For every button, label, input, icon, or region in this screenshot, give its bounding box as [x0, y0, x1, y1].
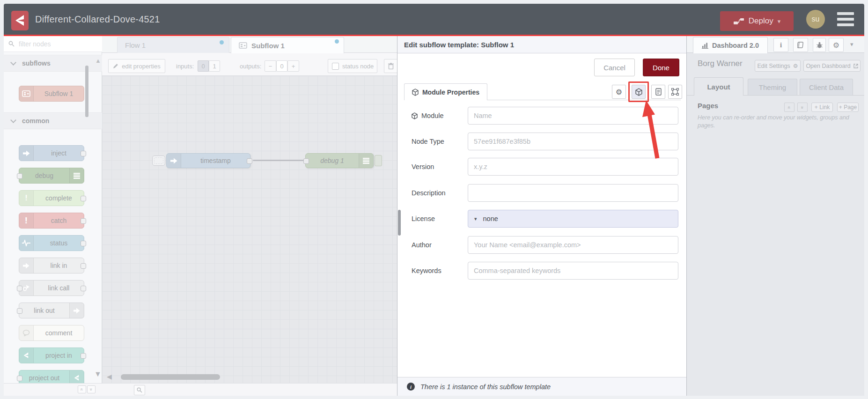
palette-node-debug[interactable]: debug [19, 168, 84, 184]
description-tab-button[interactable] [651, 85, 665, 99]
module-input[interactable] [468, 107, 678, 125]
user-avatar[interactable]: su [806, 10, 825, 29]
field-label-node-type: Node Type [412, 133, 465, 150]
outputs-decrease-button[interactable]: − [265, 60, 276, 72]
palette-scrollbar-thumb[interactable] [85, 66, 88, 117]
help-panel-button[interactable] [793, 38, 808, 52]
license-select[interactable]: ▾ none [468, 210, 678, 228]
outputs-count-field[interactable]: 0 [276, 60, 287, 72]
outputs-increase-button[interactable]: + [287, 60, 299, 72]
palette-node-complete[interactable]: ! complete [19, 190, 84, 206]
tab-layout[interactable]: Layout [694, 77, 743, 96]
done-button[interactable]: Done [643, 59, 679, 76]
deploy-caret-icon[interactable]: ▾ [778, 18, 781, 25]
checkbox-icon [332, 63, 339, 70]
canvas-zoom-search-button[interactable] [134, 385, 145, 395]
cube-icon [412, 112, 418, 119]
palette-node-project-in[interactable]: project in [19, 347, 84, 363]
gear-icon: ⚙ [616, 88, 622, 96]
node-output-port [81, 196, 86, 201]
tab-subflow-1[interactable]: Subflow 1 [231, 37, 344, 53]
keywords-input[interactable] [468, 262, 678, 280]
edit-settings-button[interactable]: Edit Settings ⚙ [755, 60, 801, 72]
debug-panel-button[interactable] [813, 38, 826, 52]
inputs-1-button[interactable]: 1 [209, 60, 220, 72]
node-red-logo-icon [14, 14, 26, 28]
pages-move-down-button[interactable]: » [797, 103, 808, 112]
description-input[interactable] [468, 184, 678, 202]
inputs-0-button[interactable]: 0 [198, 60, 209, 72]
node-type-input[interactable] [468, 133, 678, 150]
button-label: + Page [839, 104, 857, 111]
palette-scroll-down-icon[interactable]: ▼ [94, 370, 102, 378]
palette-filter-input[interactable] [18, 40, 90, 48]
status-node-checkbox[interactable]: status node [328, 59, 377, 73]
pages-move-up-button[interactable]: « [784, 103, 794, 112]
comment-icon [19, 325, 34, 340]
tab-label: Client Data [809, 83, 844, 91]
version-input[interactable] [468, 158, 678, 176]
palette-node-link-in[interactable]: link in [19, 258, 84, 273]
canvas-vscrollbar-thumb[interactable] [398, 210, 401, 236]
info-icon: i [407, 383, 415, 391]
palette-node-catch[interactable]: ! catch [19, 213, 84, 229]
canvas-node-timestamp[interactable]: timestamp [166, 153, 250, 168]
edit-properties-tab-button[interactable]: ⚙ [612, 85, 626, 99]
deploy-button[interactable]: Deploy ▾ [720, 11, 794, 31]
unsaved-changes-dot [220, 40, 224, 44]
bug-icon [817, 42, 823, 48]
palette-expand-all-button[interactable]: » [87, 385, 96, 393]
config-panel-button[interactable]: ⚙ [829, 38, 844, 52]
subflow-input-stub[interactable] [152, 155, 165, 166]
canvas-node-debug-1[interactable]: debug 1 [305, 153, 374, 168]
author-input[interactable] [468, 236, 678, 254]
cancel-button[interactable]: Cancel [594, 59, 635, 76]
appearance-tab-button[interactable] [668, 85, 682, 99]
palette-node-subflow-1[interactable]: Subflow 1 [19, 86, 84, 102]
tab-client-data[interactable]: Client Data [800, 79, 853, 95]
palette-node-comment[interactable]: comment [19, 325, 84, 341]
field-label-keywords: Keywords [412, 262, 465, 280]
caret-down-icon: ▾ [474, 216, 477, 222]
add-link-button[interactable]: + Link [811, 103, 833, 112]
debug-enable-toggle[interactable] [375, 155, 382, 166]
tab-label: Layout [707, 83, 730, 91]
tab-dashboard-2[interactable]: Dashboard 2.0 [693, 37, 768, 53]
workspace-title: Different-Collared-Dove-4521 [35, 4, 160, 35]
outputs-count: 0 [280, 63, 283, 70]
canvas-hscrollbar-thumb[interactable] [121, 374, 220, 380]
node-input-port[interactable] [303, 158, 309, 164]
node-palette: subflows Subflow 1 common inject debug [4, 36, 102, 396]
trash-icon [388, 63, 394, 69]
delete-subflow-button[interactable] [384, 59, 398, 73]
palette-collapse-all-button[interactable]: « [78, 385, 86, 393]
dialog-title: Edit subflow template: Subflow 1 [397, 36, 686, 53]
palette-filter[interactable] [4, 36, 102, 52]
canvas-scroll-left-icon[interactable]: ◀ [107, 374, 112, 380]
edit-properties-button[interactable]: edit properties [108, 59, 165, 73]
module-properties-tab-button[interactable] [632, 85, 646, 99]
palette-node-link-call[interactable]: link call [19, 280, 84, 296]
deploy-icon [733, 17, 744, 25]
node-label: comment [34, 325, 84, 340]
canvas-grid[interactable]: timestamp debug 1 [102, 76, 397, 383]
label-text: Author [412, 241, 432, 249]
instance-count-text: There is 1 instance of this subflow temp… [420, 383, 551, 391]
node-output-port[interactable] [247, 158, 252, 164]
tab-module-properties[interactable]: Module Properties [404, 83, 487, 100]
right-sidebar: Dashboard 2.0 i ⚙ ▾ Borg Warner Edit Set… [687, 36, 864, 396]
palette-node-link-out[interactable]: link out [19, 303, 84, 318]
palette-node-status[interactable]: status [19, 235, 84, 251]
open-dashboard-button[interactable]: Open Dashboard [803, 60, 861, 72]
node-label: inject [34, 146, 84, 161]
appearance-frame-icon [671, 88, 679, 96]
palette-scroll-up-icon[interactable]: ▲ [95, 58, 101, 64]
add-page-button[interactable]: + Page [837, 103, 859, 112]
sidebar-menu-caret-icon[interactable]: ▾ [850, 41, 853, 48]
main-menu-button[interactable] [837, 12, 854, 26]
field-label-author: Author [412, 236, 465, 254]
tab-theming[interactable]: Theming [748, 79, 797, 95]
palette-node-inject[interactable]: inject [19, 145, 84, 161]
info-panel-button[interactable]: i [773, 38, 788, 52]
tab-flow-1[interactable]: Flow 1 [117, 37, 229, 53]
